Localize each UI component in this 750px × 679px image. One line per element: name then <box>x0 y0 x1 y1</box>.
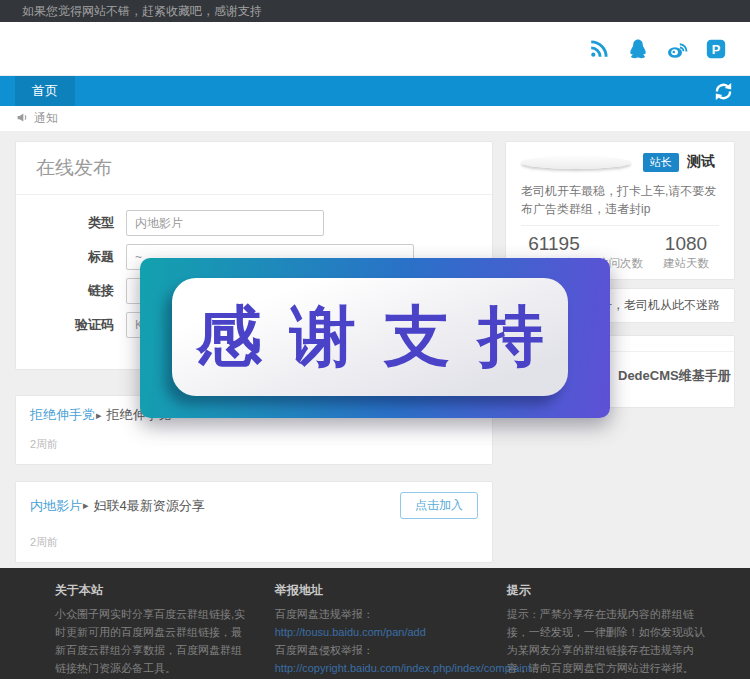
breadcrumb: 通知 <box>0 106 750 131</box>
footer-tips-column: 提示 提示：严禁分享存在违规内容的群组链接，一经发现，一律删除！如你发现或认为某… <box>507 581 705 678</box>
top-notice-bar: 如果您觉得网站不错，赶紧收藏吧，感谢支持 <box>0 0 750 22</box>
stat-site-days: 1080 建站天数 <box>653 233 719 271</box>
footer-about-title: 关于本站 <box>55 581 247 600</box>
arrow-icon: ▸ <box>96 409 102 422</box>
report-label-1: 百度网盘违规举报： <box>275 608 374 620</box>
svg-text:P: P <box>712 42 721 57</box>
form-title: 在线发布 <box>36 155 472 181</box>
social-icons: P <box>587 37 728 61</box>
thanks-banner-image: 感谢支持 <box>140 258 610 418</box>
join-button[interactable]: 点击加入 <box>400 492 478 519</box>
type-select[interactable] <box>126 210 324 236</box>
post-date: 2周前 <box>30 437 478 452</box>
footer-about-text: 小众圈子网实时分享百度云群组链接,实时更新可用的百度网盘云群组链接，最新百度云群… <box>55 606 247 677</box>
post-category-link[interactable]: 拒绝伸手党 <box>30 406 95 424</box>
profile-description: 老司机开车最稳，打卡上车,请不要发布广告类群组，违者封ip <box>521 182 719 218</box>
report-link-1[interactable]: http://tousu.baidu.com/pan/add <box>275 626 426 638</box>
site-header: P <box>0 22 750 76</box>
nav-item-home[interactable]: 首页 <box>15 76 75 106</box>
footer-report-title: 举报地址 <box>275 581 485 600</box>
refresh-icon[interactable] <box>697 76 750 106</box>
type-label: 类型 <box>36 214 114 232</box>
footer-about-column: 关于本站 小众圈子网实时分享百度云群组链接,实时更新可用的百度网盘云群组链接，最… <box>55 581 247 678</box>
thanks-plate: 感谢支持 <box>172 278 568 396</box>
report-label-2: 百度网盘侵权举报： <box>275 644 374 656</box>
footer-tips-text: 提示：严禁分享存在违规内容的群组链接，一经发现，一律删除！如你发现或认为某网友分… <box>507 606 705 677</box>
report-link-2[interactable]: http://copyright.baidu.com/index.php/ind… <box>275 662 531 674</box>
post-category-link[interactable]: 内地影片 <box>30 497 82 515</box>
notice-text: 如果您觉得网站不错，赶紧收藏吧，感谢支持 <box>22 3 262 20</box>
site-footer: 关于本站 小众圈子网实时分享百度云群组链接,实时更新可用的百度网盘云群组链接，最… <box>0 568 750 679</box>
weibo-icon[interactable] <box>665 37 689 61</box>
footer-report-column: 举报地址 百度网盘违规举报：http://tousu.baidu.com/pan… <box>275 581 485 678</box>
thanks-text: 感谢支持 <box>196 292 572 382</box>
main-nav: 首页 <box>0 76 750 106</box>
footer-tips-title: 提示 <box>507 581 705 600</box>
post-item: 内地影片 ▸ 妇联4最新资源分享 点击加入 2周前 <box>15 481 493 563</box>
arrow-icon: ▸ <box>83 499 89 512</box>
admin-badge: 站长 <box>643 153 679 172</box>
profile-name: 测试 <box>687 153 715 171</box>
qq-icon[interactable] <box>626 37 650 61</box>
avatar <box>521 156 631 169</box>
breadcrumb-label: 通知 <box>34 110 58 127</box>
captcha-label: 验证码 <box>36 316 114 334</box>
pinterest-icon[interactable]: P <box>704 37 728 61</box>
title-label: 标题 <box>36 248 114 266</box>
form-row-type: 类型 <box>36 209 472 237</box>
post-date: 2周前 <box>30 535 478 550</box>
post-title-link[interactable]: 妇联4最新资源分享 <box>94 497 205 515</box>
rss-icon[interactable] <box>587 37 611 61</box>
link-label: 链接 <box>36 282 114 300</box>
megaphone-icon <box>16 111 29 127</box>
